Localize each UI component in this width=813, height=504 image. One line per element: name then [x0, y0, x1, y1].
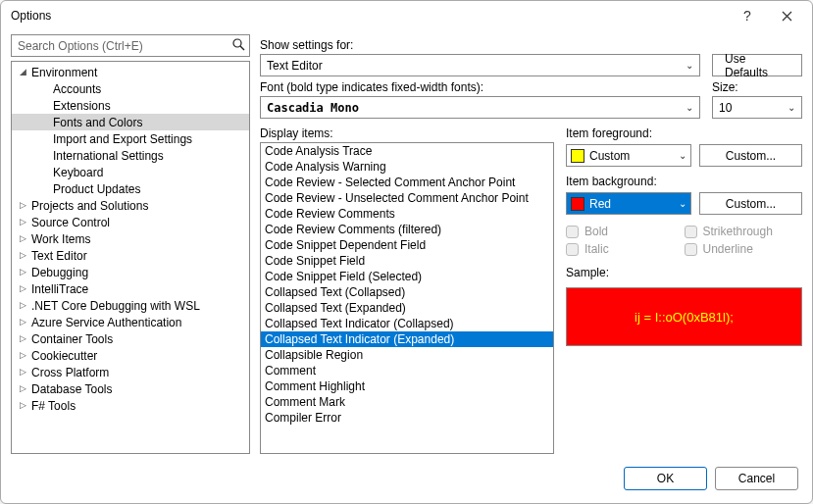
display-item[interactable]: Comment: [261, 363, 553, 378]
expander-closed-icon: ▷: [20, 333, 31, 343]
tree-item[interactable]: ◢Environment: [12, 64, 249, 80]
tree-item[interactable]: Import and Export Settings: [12, 130, 249, 147]
tree-item[interactable]: ▷Azure Service Authentication: [12, 314, 249, 330]
display-item[interactable]: Code Analysis Trace: [261, 143, 553, 159]
display-item[interactable]: Collapsed Text Indicator (Expanded): [261, 331, 553, 347]
tree-item[interactable]: ▷Source Control: [12, 214, 249, 230]
use-defaults-button[interactable]: Use Defaults: [712, 54, 802, 76]
tree-item[interactable]: ▷.NET Core Debugging with WSL: [12, 297, 249, 314]
display-item[interactable]: Collapsed Text (Collapsed): [261, 284, 553, 300]
tree-item-label: Container Tools: [31, 332, 113, 346]
show-settings-label: Show settings for:: [260, 38, 700, 52]
tree-item[interactable]: Keyboard: [12, 164, 249, 180]
tree-item-label: F# Tools: [31, 399, 76, 413]
display-item[interactable]: Code Review - Selected Comment Anchor Po…: [261, 175, 553, 190]
tree-item-label: Cookiecutter: [31, 349, 97, 363]
expander-closed-icon: ▷: [20, 383, 31, 393]
item-foreground-select[interactable]: Custom ⌄: [566, 144, 691, 167]
display-item[interactable]: Compiler Error: [261, 410, 553, 426]
item-foreground-label: Item foreground:: [566, 126, 802, 140]
bg-custom-button[interactable]: Custom...: [699, 192, 802, 215]
tree-item-label: Extensions: [53, 99, 111, 113]
display-item[interactable]: Collapsed Text Indicator (Collapsed): [261, 316, 553, 331]
display-item[interactable]: Collapsed Text (Expanded): [261, 300, 553, 316]
tree-item-label: Projects and Solutions: [31, 199, 148, 213]
expander-closed-icon: ▷: [20, 250, 31, 260]
svg-line-1: [240, 46, 244, 50]
tree-item-label: Import and Export Settings: [53, 132, 192, 146]
checkbox-icon: [685, 243, 697, 256]
display-item[interactable]: Code Review Comments: [261, 206, 553, 222]
tree-item[interactable]: ▷Cross Platform: [12, 364, 249, 380]
bold-checkbox: Bold: [566, 225, 685, 238]
tree-item[interactable]: ▷Container Tools: [12, 330, 249, 347]
checkbox-icon: [685, 226, 697, 238]
sample-label: Sample:: [566, 266, 802, 279]
item-background-select[interactable]: Red ⌄: [566, 192, 691, 215]
tree-item-label: Debugging: [31, 266, 88, 279]
show-settings-value: Text Editor: [267, 59, 323, 73]
cancel-button[interactable]: Cancel: [715, 467, 798, 490]
tree-item[interactable]: ▷IntelliTrace: [12, 280, 249, 297]
display-item[interactable]: Code Snippet Field (Selected): [261, 269, 553, 284]
font-select[interactable]: Cascadia Mono ⌄: [260, 96, 700, 119]
ok-button[interactable]: OK: [624, 467, 707, 490]
tree-item-label: Source Control: [31, 216, 110, 229]
tree-item[interactable]: ▷Debugging: [12, 264, 249, 280]
tree-item-label: Work Items: [31, 232, 90, 246]
display-items-label: Display items:: [260, 126, 554, 140]
sample-preview: ij = I::oO(0xB81l);: [566, 287, 802, 346]
expander-closed-icon: ▷: [20, 200, 31, 210]
sample-text: ij = I::oO(0xB81l);: [635, 310, 734, 325]
search-icon: [232, 38, 245, 54]
item-foreground-value: Custom: [589, 149, 674, 163]
expander-closed-icon: ▷: [20, 233, 31, 243]
display-items-list[interactable]: Code Analysis TraceCode Analysis Warning…: [260, 142, 554, 454]
tree-item[interactable]: ▷Cookiecutter: [12, 347, 249, 364]
dialog-footer: OK Cancel: [1, 454, 812, 503]
checkbox-icon: [566, 243, 579, 256]
display-item[interactable]: Collapsible Region: [261, 347, 553, 363]
display-item[interactable]: Code Analysis Warning: [261, 159, 553, 175]
search-input[interactable]: [16, 38, 232, 54]
display-item[interactable]: Code Snippet Field: [261, 253, 553, 269]
item-background-label: Item background:: [566, 175, 802, 188]
close-button[interactable]: [767, 2, 806, 29]
font-label: Font (bold type indicates fixed-width fo…: [260, 80, 700, 94]
tree-item-label: IntelliTrace: [31, 282, 88, 296]
tree-item[interactable]: Product Updates: [12, 180, 249, 197]
tree-item-label: Cross Platform: [31, 366, 109, 379]
tree-item[interactable]: Accounts: [12, 80, 249, 97]
tree-item[interactable]: International Settings: [12, 147, 249, 164]
category-tree[interactable]: ◢EnvironmentAccountsExtensionsFonts and …: [11, 61, 250, 454]
display-item[interactable]: Comment Highlight: [261, 378, 553, 394]
display-item[interactable]: Code Snippet Dependent Field: [261, 237, 553, 253]
help-button[interactable]: ?: [728, 2, 767, 29]
tree-item[interactable]: ▷F# Tools: [12, 397, 249, 414]
tree-item[interactable]: Fonts and Colors: [12, 114, 249, 130]
tree-item[interactable]: ▷Work Items: [12, 230, 249, 247]
show-settings-select[interactable]: Text Editor ⌄: [260, 54, 700, 76]
tree-item-label: Fonts and Colors: [53, 116, 142, 129]
underline-checkbox: Underline: [685, 242, 803, 256]
fg-custom-button[interactable]: Custom...: [699, 144, 802, 167]
tree-item-label: Environment: [31, 66, 97, 79]
svg-point-0: [233, 39, 241, 47]
display-item[interactable]: Code Review Comments (filtered): [261, 222, 553, 237]
display-item[interactable]: Comment Mark: [261, 394, 553, 410]
tree-item[interactable]: ▷Projects and Solutions: [12, 197, 249, 214]
tree-item-label: Keyboard: [53, 166, 103, 179]
tree-item[interactable]: Extensions: [12, 97, 249, 114]
tree-item-label: International Settings: [53, 149, 164, 163]
tree-item[interactable]: ▷Database Tools: [12, 380, 249, 397]
strikethrough-checkbox: Strikethrough: [685, 225, 803, 238]
search-box[interactable]: [11, 34, 250, 57]
expander-closed-icon: ▷: [20, 350, 31, 360]
expander-closed-icon: ▷: [20, 367, 31, 377]
options-dialog: Options ? ◢EnvironmentAccountsExtensions…: [0, 0, 813, 504]
display-item[interactable]: Code Review - Unselected Comment Anchor …: [261, 190, 553, 206]
size-select[interactable]: 10 ⌄: [712, 96, 802, 119]
tree-item-label: Azure Service Authentication: [31, 316, 181, 329]
tree-item[interactable]: ▷Text Editor: [12, 247, 249, 264]
tree-item-label: Database Tools: [31, 382, 113, 396]
